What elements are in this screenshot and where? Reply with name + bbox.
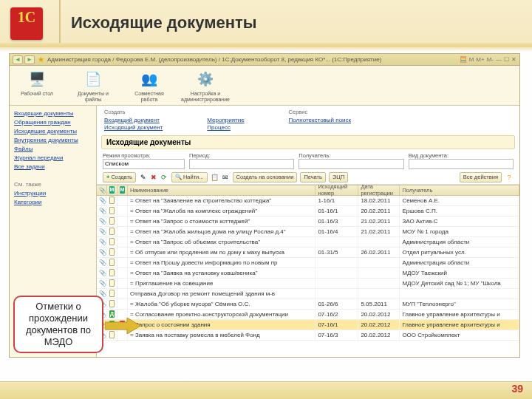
section-collab-label: Совместная работа <box>129 91 169 102</box>
maximize-button[interactable]: ☐ <box>504 56 509 63</box>
nav-back-button[interactable]: ◄ <box>13 55 23 64</box>
fulltext-search-link[interactable]: Полнотекстовый поиск <box>289 117 351 124</box>
content-area: Создать Входящий документ Исходящий доку… <box>97 106 519 357</box>
cell-recipient: Администрация области <box>400 237 519 247</box>
filter-doctype-input[interactable] <box>409 159 514 169</box>
create-process-link[interactable]: Процесс <box>207 124 244 132</box>
table-row[interactable]: = Ответ на "Жалоба жильцов дома на улицу… <box>97 227 519 237</box>
cell-clip <box>97 196 107 205</box>
table-row[interactable]: = Ответ на "Заявление на строительство к… <box>97 196 519 206</box>
sidebar-item-outgoing[interactable]: Исходящие документы <box>14 128 92 134</box>
cell-reg: 01-16/4 <box>316 227 358 236</box>
cell-reg: 01-31/5 <box>316 248 358 257</box>
create-event-link[interactable]: Мероприятие <box>207 117 244 124</box>
table-row[interactable]: Д= Согласование проектно-конструкторской… <box>97 310 519 320</box>
section-desktop[interactable]: 🖥️ Рабочий стол <box>17 69 57 103</box>
table-row[interactable]: = Ответ на "Заявка на установку ковш/вен… <box>97 268 519 279</box>
section-admin-label: Настройка и администрирование <box>181 91 230 102</box>
table-row[interactable]: = Ответ на "Запрос об объемах строительс… <box>97 237 519 248</box>
section-admin[interactable]: ⚙️ Настройка и администрирование <box>185 69 225 103</box>
cell-name: = Ответ на "Запрос об объемах строительс… <box>128 237 316 247</box>
filter-mode-label: Режим просмотра: <box>103 152 185 159</box>
find-button-label: Найти... <box>183 174 204 180</box>
sidebar-item-incoming[interactable]: Входящие документы <box>14 110 92 117</box>
cell-flag1 <box>107 237 117 247</box>
favorite-icon[interactable]: ★ <box>38 55 44 64</box>
cell-date <box>358 258 400 267</box>
cell-reg: 07-16/3 <box>316 330 358 340</box>
cell-recipient: Ершова С.П. <box>400 206 519 216</box>
col-flag1[interactable]: M <box>107 185 117 195</box>
cell-flag2 <box>117 227 128 236</box>
mail-icon[interactable]: ✉ <box>221 173 230 182</box>
col-recipient[interactable]: Получатель <box>400 185 519 195</box>
sidebar-item-categories[interactable]: Категории <box>14 199 92 205</box>
cell-date <box>358 279 400 288</box>
sidebar-item-journal[interactable]: Журнал передачи <box>14 154 92 161</box>
mplus-button[interactable]: M+ <box>476 56 484 63</box>
help-icon[interactable]: ? <box>505 173 514 182</box>
delete-icon[interactable]: ✖ <box>149 173 158 182</box>
col-date[interactable]: Дата регистрации <box>358 185 400 195</box>
filter-mode-select[interactable] <box>103 159 185 169</box>
sidebar-item-instructions[interactable]: Инструкции <box>14 190 92 197</box>
col-flag2[interactable]: M <box>117 185 128 195</box>
cell-name: = Ответ на "Жалоба на комплекс ограждени… <box>128 206 316 216</box>
cell-name: = Ответ на "Запрос о стоимости коттеджей… <box>128 216 316 226</box>
create-incoming-link[interactable]: Входящий документ <box>104 117 163 124</box>
sidebar-item-tasks[interactable]: Все задачи <box>14 163 92 170</box>
section-documents[interactable]: 📄 Документы и файлы <box>73 69 113 103</box>
create-button[interactable]: +Создать <box>103 172 136 183</box>
copy-icon[interactable]: 📋 <box>211 173 219 182</box>
cell-clip <box>97 268 107 278</box>
edit-icon[interactable]: ✎ <box>139 173 148 182</box>
cell-clip <box>97 237 107 247</box>
table-row[interactable]: = Ответ на Прошу довести информацию по н… <box>97 258 519 268</box>
cell-recipient: Главное управление архитектуры и <box>400 310 519 319</box>
table-row[interactable]: = Заявка на поставку ремесла в мебелей Ф… <box>97 330 519 341</box>
section-collab[interactable]: 👥 Совместная работа <box>129 69 169 103</box>
create-outgoing-link[interactable]: Исходящий документ <box>104 124 163 132</box>
cell-clip <box>97 279 107 288</box>
table-row[interactable]: = Ответ на "Запрос о стоимости коттеджей… <box>97 216 519 227</box>
section-toolbar: 🖥️ Рабочий стол 📄 Документы и файлы 👥 Со… <box>10 66 519 106</box>
cell-date: 5.05.2011 <box>358 299 400 309</box>
m-button[interactable]: M <box>469 56 474 63</box>
table-header: 📎 M M Наименование Исходящий номер Дата … <box>97 185 519 196</box>
cell-flag2 <box>117 216 128 226</box>
sidebar-item-files[interactable]: Файлы <box>14 146 92 152</box>
cell-recipient: ООО Стройкомплект <box>400 330 519 340</box>
cell-flag2 <box>117 258 128 267</box>
cell-reg: 07-16/2 <box>316 310 358 319</box>
table-row[interactable]: = Приглашение на совещаниеМДОУ Детский с… <box>97 279 519 289</box>
col-reg[interactable]: Исходящий номер <box>316 185 358 195</box>
table-row[interactable]: = Ответ на "Жалоба на комплекс ограждени… <box>97 206 519 216</box>
print-button[interactable]: Печать <box>300 172 326 183</box>
minimize-button[interactable]: — <box>496 56 502 63</box>
ecp-button[interactable]: ЭЦП <box>329 172 348 183</box>
col-name[interactable]: Наименование <box>128 185 316 195</box>
table-row[interactable]: = Жалоба "Об уборке мусора" Сёмина О.С.0… <box>97 299 519 310</box>
col-clip[interactable]: 📎 <box>97 185 107 195</box>
cell-name: = Жалоба "Об уборке мусора" Сёмина О.С. <box>128 299 316 309</box>
callout-box: Отметки о прохождении документов по МЭДО <box>13 296 103 353</box>
cell-date: 20.02.2012 <box>358 310 400 319</box>
cell-reg: 01-16/3 <box>316 216 358 226</box>
close-button[interactable]: ✕ <box>511 56 516 63</box>
create-on-base-button[interactable]: Создать на основании <box>233 172 298 183</box>
all-actions-button[interactable]: Все действия <box>460 172 502 183</box>
cell-name: Отправка Договор на ремонт помещений зда… <box>128 289 316 299</box>
table-row[interactable]: = Об отпуске или продления им по дому к … <box>97 248 519 258</box>
sidebar-item-appeals[interactable]: Обращения граждан <box>14 119 92 126</box>
find-button[interactable]: 🔍Найти... <box>171 172 208 183</box>
filter-period-input[interactable] <box>189 159 294 169</box>
refresh-icon[interactable]: ⟳ <box>160 173 168 182</box>
table-row[interactable]: Отправка Договор на ремонт помещений зда… <box>97 289 519 299</box>
sidebar-item-internal[interactable]: Внутренние документы <box>14 137 92 143</box>
table-row[interactable]: ДР= Запрос о состоянии здания07-16/120.0… <box>97 320 519 330</box>
calc-icon[interactable]: 🧮 <box>460 56 467 63</box>
svg-marker-0 <box>105 318 140 334</box>
nav-fwd-button[interactable]: ► <box>24 55 35 64</box>
filter-recipient-input[interactable] <box>299 159 403 169</box>
mminus-button[interactable]: M- <box>487 56 494 63</box>
